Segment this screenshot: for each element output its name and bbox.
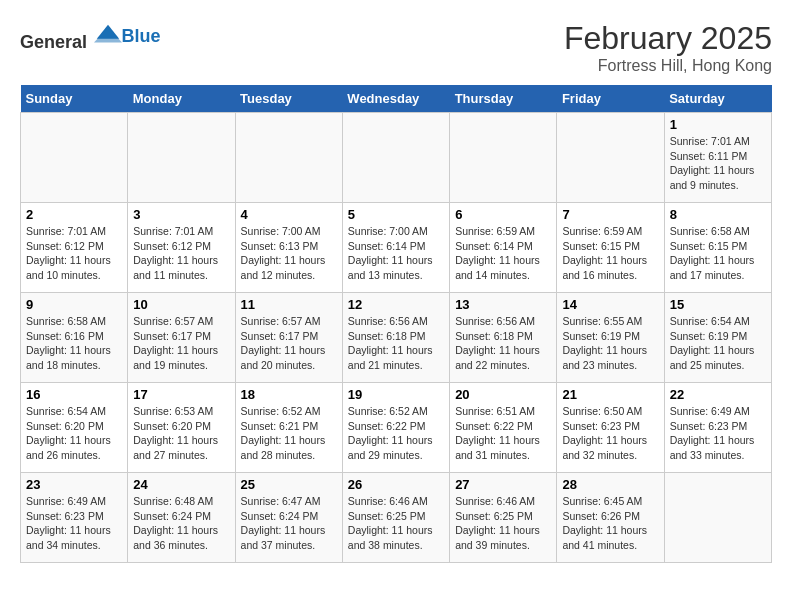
day-info: Sunrise: 7:00 AM Sunset: 6:14 PM Dayligh… <box>348 224 444 283</box>
day-info: Sunrise: 6:47 AM Sunset: 6:24 PM Dayligh… <box>241 494 337 553</box>
day-number: 13 <box>455 297 551 312</box>
calendar-day-cell <box>664 473 771 563</box>
day-number: 12 <box>348 297 444 312</box>
day-info: Sunrise: 6:51 AM Sunset: 6:22 PM Dayligh… <box>455 404 551 463</box>
day-info: Sunrise: 7:01 AM Sunset: 6:11 PM Dayligh… <box>670 134 766 193</box>
day-info: Sunrise: 6:48 AM Sunset: 6:24 PM Dayligh… <box>133 494 229 553</box>
calendar-day-cell: 18Sunrise: 6:52 AM Sunset: 6:21 PM Dayli… <box>235 383 342 473</box>
day-number: 16 <box>26 387 122 402</box>
calendar-day-cell: 12Sunrise: 6:56 AM Sunset: 6:18 PM Dayli… <box>342 293 449 383</box>
logo-general: General <box>20 32 87 52</box>
day-number: 9 <box>26 297 122 312</box>
title-area: February 2025 Fortress Hill, Hong Kong <box>564 20 772 75</box>
calendar-day-cell <box>557 113 664 203</box>
logo-icon <box>94 20 122 48</box>
day-info: Sunrise: 6:58 AM Sunset: 6:16 PM Dayligh… <box>26 314 122 373</box>
calendar-day-cell: 3Sunrise: 7:01 AM Sunset: 6:12 PM Daylig… <box>128 203 235 293</box>
location-subtitle: Fortress Hill, Hong Kong <box>564 57 772 75</box>
day-number: 19 <box>348 387 444 402</box>
calendar-day-cell: 21Sunrise: 6:50 AM Sunset: 6:23 PM Dayli… <box>557 383 664 473</box>
calendar-day-cell: 15Sunrise: 6:54 AM Sunset: 6:19 PM Dayli… <box>664 293 771 383</box>
day-number: 17 <box>133 387 229 402</box>
day-info: Sunrise: 6:50 AM Sunset: 6:23 PM Dayligh… <box>562 404 658 463</box>
day-info: Sunrise: 6:46 AM Sunset: 6:25 PM Dayligh… <box>348 494 444 553</box>
day-info: Sunrise: 6:58 AM Sunset: 6:15 PM Dayligh… <box>670 224 766 283</box>
day-number: 20 <box>455 387 551 402</box>
calendar-day-cell: 28Sunrise: 6:45 AM Sunset: 6:26 PM Dayli… <box>557 473 664 563</box>
day-number: 4 <box>241 207 337 222</box>
calendar-header-row: SundayMondayTuesdayWednesdayThursdayFrid… <box>21 85 772 113</box>
day-info: Sunrise: 6:56 AM Sunset: 6:18 PM Dayligh… <box>348 314 444 373</box>
day-number: 25 <box>241 477 337 492</box>
calendar-week-row: 1Sunrise: 7:01 AM Sunset: 6:11 PM Daylig… <box>21 113 772 203</box>
calendar-day-cell: 9Sunrise: 6:58 AM Sunset: 6:16 PM Daylig… <box>21 293 128 383</box>
day-info: Sunrise: 6:59 AM Sunset: 6:15 PM Dayligh… <box>562 224 658 283</box>
day-number: 22 <box>670 387 766 402</box>
calendar-week-row: 16Sunrise: 6:54 AM Sunset: 6:20 PM Dayli… <box>21 383 772 473</box>
day-of-week-header: Saturday <box>664 85 771 113</box>
calendar-day-cell: 20Sunrise: 6:51 AM Sunset: 6:22 PM Dayli… <box>450 383 557 473</box>
calendar-day-cell: 23Sunrise: 6:49 AM Sunset: 6:23 PM Dayli… <box>21 473 128 563</box>
day-info: Sunrise: 6:45 AM Sunset: 6:26 PM Dayligh… <box>562 494 658 553</box>
calendar-day-cell: 2Sunrise: 7:01 AM Sunset: 6:12 PM Daylig… <box>21 203 128 293</box>
calendar-day-cell <box>450 113 557 203</box>
day-info: Sunrise: 6:54 AM Sunset: 6:20 PM Dayligh… <box>26 404 122 463</box>
calendar-day-cell: 24Sunrise: 6:48 AM Sunset: 6:24 PM Dayli… <box>128 473 235 563</box>
logo-blue: Blue <box>122 26 161 46</box>
calendar-week-row: 9Sunrise: 6:58 AM Sunset: 6:16 PM Daylig… <box>21 293 772 383</box>
day-number: 2 <box>26 207 122 222</box>
calendar-day-cell: 16Sunrise: 6:54 AM Sunset: 6:20 PM Dayli… <box>21 383 128 473</box>
day-number: 10 <box>133 297 229 312</box>
calendar-day-cell: 10Sunrise: 6:57 AM Sunset: 6:17 PM Dayli… <box>128 293 235 383</box>
day-info: Sunrise: 6:54 AM Sunset: 6:19 PM Dayligh… <box>670 314 766 373</box>
day-number: 3 <box>133 207 229 222</box>
day-of-week-header: Thursday <box>450 85 557 113</box>
day-number: 14 <box>562 297 658 312</box>
day-number: 24 <box>133 477 229 492</box>
day-number: 23 <box>26 477 122 492</box>
calendar-day-cell: 8Sunrise: 6:58 AM Sunset: 6:15 PM Daylig… <box>664 203 771 293</box>
day-info: Sunrise: 6:49 AM Sunset: 6:23 PM Dayligh… <box>670 404 766 463</box>
day-number: 11 <box>241 297 337 312</box>
day-number: 21 <box>562 387 658 402</box>
calendar-day-cell: 26Sunrise: 6:46 AM Sunset: 6:25 PM Dayli… <box>342 473 449 563</box>
day-info: Sunrise: 6:59 AM Sunset: 6:14 PM Dayligh… <box>455 224 551 283</box>
day-info: Sunrise: 6:49 AM Sunset: 6:23 PM Dayligh… <box>26 494 122 553</box>
calendar-day-cell: 17Sunrise: 6:53 AM Sunset: 6:20 PM Dayli… <box>128 383 235 473</box>
calendar-day-cell <box>342 113 449 203</box>
calendar-week-row: 23Sunrise: 6:49 AM Sunset: 6:23 PM Dayli… <box>21 473 772 563</box>
day-info: Sunrise: 6:57 AM Sunset: 6:17 PM Dayligh… <box>133 314 229 373</box>
calendar-day-cell: 6Sunrise: 6:59 AM Sunset: 6:14 PM Daylig… <box>450 203 557 293</box>
day-of-week-header: Wednesday <box>342 85 449 113</box>
day-of-week-header: Monday <box>128 85 235 113</box>
day-number: 26 <box>348 477 444 492</box>
day-number: 8 <box>670 207 766 222</box>
day-number: 28 <box>562 477 658 492</box>
day-number: 1 <box>670 117 766 132</box>
calendar-day-cell: 1Sunrise: 7:01 AM Sunset: 6:11 PM Daylig… <box>664 113 771 203</box>
header: General Blue February 2025 Fortress Hill… <box>20 20 772 75</box>
logo: General Blue <box>20 20 161 53</box>
day-of-week-header: Tuesday <box>235 85 342 113</box>
calendar-body: 1Sunrise: 7:01 AM Sunset: 6:11 PM Daylig… <box>21 113 772 563</box>
calendar-day-cell: 11Sunrise: 6:57 AM Sunset: 6:17 PM Dayli… <box>235 293 342 383</box>
calendar-day-cell <box>235 113 342 203</box>
day-number: 27 <box>455 477 551 492</box>
svg-marker-1 <box>94 27 122 42</box>
calendar-day-cell <box>21 113 128 203</box>
day-info: Sunrise: 7:01 AM Sunset: 6:12 PM Dayligh… <box>133 224 229 283</box>
calendar-table: SundayMondayTuesdayWednesdayThursdayFrid… <box>20 85 772 563</box>
day-info: Sunrise: 7:01 AM Sunset: 6:12 PM Dayligh… <box>26 224 122 283</box>
day-info: Sunrise: 6:52 AM Sunset: 6:21 PM Dayligh… <box>241 404 337 463</box>
day-info: Sunrise: 6:57 AM Sunset: 6:17 PM Dayligh… <box>241 314 337 373</box>
calendar-day-cell <box>128 113 235 203</box>
day-number: 7 <box>562 207 658 222</box>
calendar-day-cell: 25Sunrise: 6:47 AM Sunset: 6:24 PM Dayli… <box>235 473 342 563</box>
day-number: 18 <box>241 387 337 402</box>
day-info: Sunrise: 6:56 AM Sunset: 6:18 PM Dayligh… <box>455 314 551 373</box>
month-title: February 2025 <box>564 20 772 57</box>
calendar-day-cell: 13Sunrise: 6:56 AM Sunset: 6:18 PM Dayli… <box>450 293 557 383</box>
day-of-week-header: Friday <box>557 85 664 113</box>
day-info: Sunrise: 6:46 AM Sunset: 6:25 PM Dayligh… <box>455 494 551 553</box>
day-info: Sunrise: 6:55 AM Sunset: 6:19 PM Dayligh… <box>562 314 658 373</box>
